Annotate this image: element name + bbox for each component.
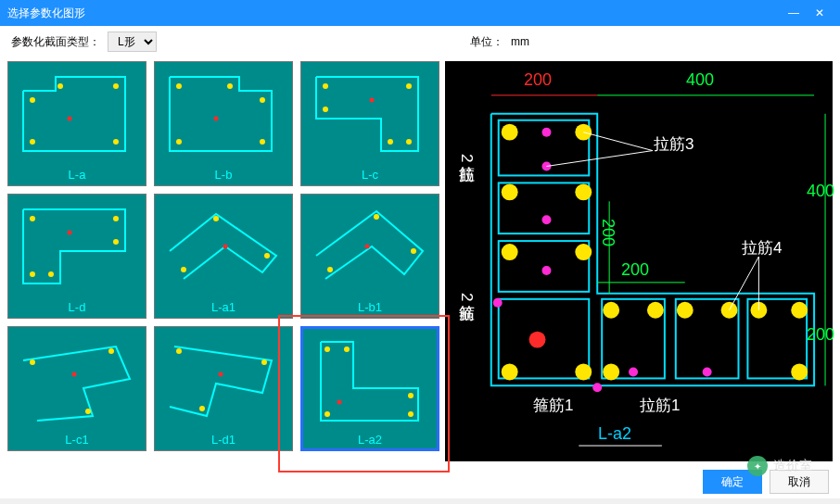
svg-point-32 — [30, 359, 35, 365]
svg-point-8 — [260, 97, 265, 103]
svg-point-7 — [227, 83, 233, 89]
svg-point-42 — [325, 411, 330, 417]
type-label: 参数化截面类型： — [11, 34, 100, 50]
window-title: 选择参数化图形 — [7, 6, 85, 21]
svg-point-45 — [337, 400, 342, 405]
svg-point-44 — [408, 411, 414, 417]
label-lajin4: 拉筋4 — [742, 237, 782, 258]
svg-point-76 — [592, 383, 602, 392]
dim-top-right: 400 — [686, 70, 714, 90]
svg-point-68 — [791, 363, 808, 380]
svg-point-27 — [223, 245, 228, 249]
svg-point-66 — [791, 302, 808, 319]
toolbar: 参数化截面类型： L形 单位： mm — [0, 26, 840, 57]
svg-point-74 — [629, 367, 638, 376]
close-button[interactable]: ✕ — [807, 6, 833, 19]
svg-point-53 — [502, 124, 518, 141]
svg-point-73 — [493, 298, 503, 308]
dim-mid-h: 200 — [621, 260, 649, 280]
svg-point-3 — [113, 139, 119, 145]
svg-point-63 — [677, 302, 694, 319]
svg-point-69 — [542, 128, 552, 137]
svg-point-75 — [703, 367, 712, 376]
thumb-label: L-c1 — [65, 433, 88, 447]
svg-point-28 — [374, 214, 379, 220]
svg-point-59 — [502, 363, 518, 380]
thumb-label: L-d1 — [211, 433, 235, 447]
svg-point-4 — [30, 139, 35, 145]
thumb-L-b[interactable]: L-b — [154, 61, 293, 186]
thumb-label: L-a1 — [211, 300, 235, 314]
svg-point-19 — [113, 216, 119, 221]
svg-point-11 — [214, 117, 219, 121]
svg-point-30 — [327, 267, 333, 272]
footer: 确定 取消 — [0, 465, 840, 498]
svg-point-36 — [176, 348, 182, 354]
minimize-button[interactable]: — — [781, 6, 807, 19]
svg-point-24 — [213, 216, 219, 221]
label-lajin2: 拉筋2 — [456, 154, 477, 162]
label-lajin3: 拉筋3 — [654, 133, 694, 155]
thumbnail-grid: L-a L-b L-c L-d L-a1 L-b1 L-c1 L-d1 — [7, 61, 439, 461]
unit-value: mm — [511, 35, 529, 48]
svg-point-26 — [181, 267, 186, 272]
svg-point-40 — [325, 346, 330, 352]
dim-right-bottom: 200 — [807, 325, 834, 345]
svg-point-39 — [219, 372, 223, 377]
svg-point-12 — [323, 83, 328, 89]
svg-point-0 — [30, 97, 35, 103]
svg-point-31 — [365, 245, 370, 249]
svg-point-54 — [575, 124, 592, 141]
svg-point-13 — [406, 83, 412, 89]
svg-point-37 — [261, 359, 267, 365]
watermark-text: 造价室 — [773, 458, 812, 474]
unit-label: 单位： — [470, 34, 503, 50]
label-gujin2: 箍筋2 — [456, 293, 477, 301]
thumb-label: L-b — [215, 168, 233, 182]
svg-point-1 — [57, 83, 63, 89]
wechat-icon: ✦ — [747, 456, 768, 476]
svg-point-17 — [370, 98, 375, 103]
dim-top-left: 200 — [524, 70, 552, 90]
thumb-L-d[interactable]: L-d — [7, 194, 146, 319]
svg-point-6 — [176, 83, 182, 89]
thumb-L-a2[interactable]: L-a2 — [300, 326, 439, 451]
svg-point-60 — [575, 363, 592, 380]
svg-point-23 — [68, 231, 72, 235]
thumb-L-c1[interactable]: L-c1 — [7, 326, 146, 451]
label-gujin1: 箍筋1 — [533, 395, 573, 416]
svg-line-84 — [583, 132, 653, 151]
svg-point-71 — [542, 215, 552, 224]
svg-point-20 — [113, 239, 119, 245]
svg-point-29 — [411, 248, 416, 254]
svg-point-58 — [575, 244, 592, 260]
preview-name: L-a2 — [598, 424, 631, 444]
svg-point-25 — [264, 253, 270, 258]
svg-point-18 — [30, 216, 35, 221]
svg-point-16 — [323, 107, 328, 112]
thumb-label: L-b1 — [358, 300, 382, 314]
svg-point-2 — [113, 83, 119, 89]
svg-point-22 — [30, 271, 35, 277]
label-lajin1: 拉筋1 — [640, 395, 680, 416]
svg-point-72 — [542, 266, 552, 275]
svg-point-56 — [575, 183, 592, 200]
type-select[interactable]: L形 — [108, 32, 157, 52]
thumb-L-c[interactable]: L-c — [300, 61, 439, 186]
dim-mid-v: 200 — [598, 219, 617, 246]
thumb-label: L-a — [69, 168, 86, 182]
svg-point-38 — [199, 406, 205, 411]
title-bar: 选择参数化图形 — ✕ — [0, 0, 840, 26]
content: L-a L-b L-c L-d L-a1 L-b1 L-c1 L-d1 — [0, 57, 840, 465]
svg-point-77 — [529, 332, 546, 348]
thumb-L-a[interactable]: L-a — [7, 61, 146, 186]
svg-point-35 — [72, 372, 77, 377]
thumb-label: L-a2 — [358, 433, 382, 447]
thumb-L-a1[interactable]: L-a1 — [154, 194, 293, 319]
svg-line-85 — [546, 151, 652, 167]
thumb-L-d1[interactable]: L-d1 — [154, 326, 293, 451]
thumb-L-b1[interactable]: L-b1 — [300, 194, 439, 319]
svg-point-41 — [344, 346, 350, 352]
svg-point-55 — [502, 183, 518, 200]
svg-point-33 — [108, 348, 114, 354]
